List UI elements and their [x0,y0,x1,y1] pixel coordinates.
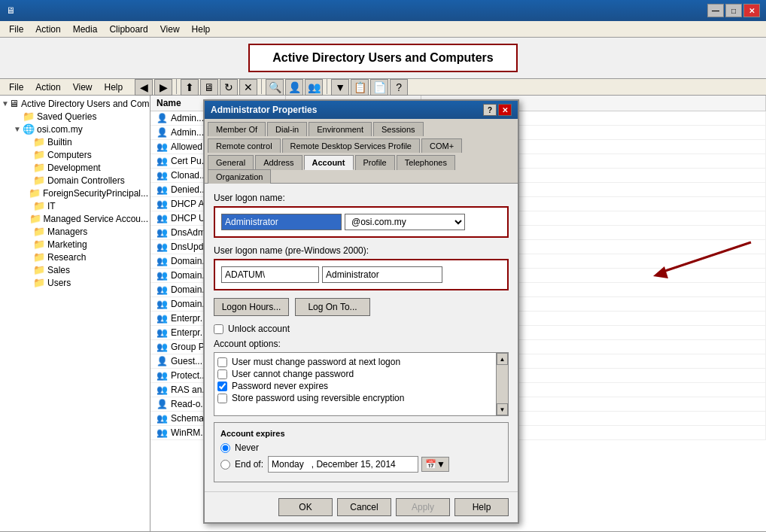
unlock-account-checkbox[interactable] [214,324,223,334]
menu2-help[interactable]: Help [99,81,129,94]
date-input[interactable] [268,456,418,473]
logon-buttons-row: Logon Hours... Log On To... [214,298,509,316]
log-on-to-button[interactable]: Log On To... [295,298,370,316]
pre-windows-domain-input[interactable] [221,266,319,283]
apply-button[interactable]: Apply [396,498,450,516]
menu-action[interactable]: Action [29,23,66,36]
toolbar-delete[interactable]: ✕ [239,79,257,96]
dialog-buttons: OK Cancel Apply Help [205,491,518,522]
end-of-radio[interactable] [220,460,230,470]
toolbar-refresh[interactable]: ↻ [220,79,238,96]
toolbar-forward[interactable]: ▶ [154,79,172,96]
logon-hours-button[interactable]: Logon Hours... [214,298,289,316]
user-logon-label: User logon name: [214,193,509,203]
account-options-label: Account options: [214,339,509,349]
option-reversible-encryption: Store password using reversible encrypti… [217,392,493,404]
menu2-action[interactable]: Action [29,81,66,94]
user-logon-input[interactable] [221,214,342,230]
unlock-account-label: Unlock account [228,324,290,334]
tab-dial-in[interactable]: Dial-in [267,122,307,136]
menu-view[interactable]: View [154,23,186,36]
tab-general[interactable]: General [208,155,254,170]
menu2-view[interactable]: View [67,81,99,94]
toolbar-back[interactable]: ◀ [135,79,153,96]
close-button[interactable]: ✕ [743,4,760,17]
secondary-menu-bar: File Action View Help ◀ ▶ ⬆ 🖥 ↻ ✕ 🔍 👤 👥 … [0,79,766,96]
pre-windows-name-input[interactable] [322,266,442,283]
menu-help[interactable]: Help [186,23,217,36]
toolbar-up[interactable]: ⬆ [181,79,199,96]
option-password-never-expires: Password never expires [217,380,493,392]
tab-sessions[interactable]: Sessions [373,122,424,136]
tab-address[interactable]: Address [255,155,302,170]
tab-environment[interactable]: Environment [309,122,372,136]
tab-organization[interactable]: Organization [208,169,271,184]
tab-account[interactable]: Account [304,155,354,170]
main-area: ▼ 🖥 Active Directory Users and Com 📁 Sav… [0,96,766,531]
toolbar-group[interactable]: 👥 [305,79,323,96]
header-banner: Active Directory Users and Computers [0,38,766,79]
tab-strip-row1: Member Of Dial-in Environment Sessions [205,119,518,136]
pre-windows-field-group [214,259,509,290]
ok-button[interactable]: OK [278,498,333,516]
tab-strip-row2: Remote control Remote Desktop Services P… [205,135,518,153]
dialog-overlay: Administrator Properties ? ✕ Member Of D… [0,96,766,531]
account-expires-section: Account expires Never End of: 📅▼ [214,422,509,482]
option-cannot-change-password-checkbox[interactable] [217,369,227,379]
dialog-close-button[interactable]: ✕ [498,104,512,116]
menu-clipboard[interactable]: Clipboard [103,23,154,36]
banner-title: Active Directory Users and Computers [248,44,517,72]
dialog-content: User logon name: @osi.com.my User logon … [205,184,518,491]
never-radio[interactable] [220,443,230,453]
menu-media[interactable]: Media [67,23,104,36]
tab-member-of[interactable]: Member Of [208,122,266,136]
toolbar-properties[interactable]: 📄 [370,79,388,96]
toolbar-user[interactable]: 👤 [285,79,303,96]
pre-windows-row [221,266,501,283]
option-reversible-encryption-checkbox[interactable] [217,394,227,403]
toolbar-export[interactable]: 📋 [351,79,369,96]
account-expires-legend: Account expires [220,429,502,438]
title-bar: 🖥 — □ ✕ [0,0,766,21]
option-must-change-password: User must change password at next logon [217,356,493,368]
never-radio-row: Never [220,442,502,453]
tab-com[interactable]: COM+ [421,138,462,153]
dialog-title-bar: Administrator Properties ? ✕ [205,101,518,119]
toolbar-show[interactable]: 🖥 [200,79,218,96]
tab-rdp[interactable]: Remote Desktop Services Profile [282,138,420,153]
option-must-change-password-checkbox[interactable] [217,357,227,367]
dialog-title-controls: ? ✕ [483,104,512,116]
tab-strip-row3: General Address Account Profile Telephon… [205,152,518,184]
date-picker-button[interactable]: 📅▼ [421,457,449,472]
administrator-properties-dialog: Administrator Properties ? ✕ Member Of D… [203,99,519,524]
pre-windows-label: User logon name (pre-Windows 2000): [214,245,509,256]
dialog-help-icon[interactable]: ? [483,104,497,116]
tab-telephones[interactable]: Telephones [397,155,455,170]
tab-profile[interactable]: Profile [355,155,395,170]
maximize-button[interactable]: □ [725,4,742,17]
options-list: User must change password at next logon … [214,353,508,407]
toolbar-search[interactable]: 🔍 [266,79,284,96]
unlock-account-row: Unlock account [214,324,509,334]
help-button[interactable]: Help [454,498,509,516]
user-logon-row: @osi.com.my [221,214,501,230]
end-of-radio-row: End of: 📅▼ [220,456,502,473]
app-icon: 🖥 [6,5,15,16]
menu-file[interactable]: File [3,23,29,36]
toolbar-help[interactable]: ? [390,79,408,96]
tab-remote-control[interactable]: Remote control [208,138,281,153]
option-password-never-expires-label: Password never expires [232,381,328,391]
toolbar-filter[interactable]: ▼ [331,79,349,96]
top-menu-bar: File Action Media Clipboard View Help [0,21,766,38]
end-of-label: End of: [235,459,263,470]
menu2-file[interactable]: File [3,81,29,94]
options-scrollbar[interactable]: ▲ ▼ [496,353,508,415]
option-must-change-password-label: User must change password at next logon [232,357,400,367]
minimize-button[interactable]: — [707,4,724,17]
user-logon-field-group: @osi.com.my [214,206,509,238]
dialog-title: Administrator Properties [211,105,317,115]
option-reversible-encryption-label: Store password using reversible encrypti… [232,393,404,403]
cancel-button[interactable]: Cancel [337,498,391,516]
option-password-never-expires-checkbox[interactable] [217,382,227,391]
domain-dropdown[interactable]: @osi.com.my [345,214,465,230]
